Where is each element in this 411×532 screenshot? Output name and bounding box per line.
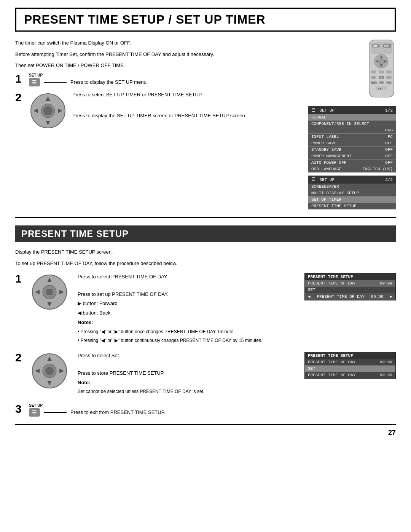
setup-button-icon: ☰ <box>29 78 40 86</box>
pts-screen1-row2: ◀ PRESENT TIME OF DAY 99:99 ▶ <box>305 293 395 300</box>
step2-number: 2 <box>15 92 27 103</box>
pts-osd-screen-1: PRESENT TIME SETUP PRESENT TIME OF DAY 9… <box>304 273 396 300</box>
section-divider <box>15 217 396 218</box>
pts-screen2-header: PRESENT TIME SETUP <box>305 352 395 359</box>
bottom-divider <box>15 424 396 425</box>
dpad-pts1 <box>30 273 68 312</box>
page-number: 27 <box>15 429 396 437</box>
pts-step1-notes-label: Notes: <box>78 320 93 325</box>
arrow-line-icon <box>44 82 67 83</box>
svg-text:ON: ON <box>373 45 377 47</box>
pts-step3-setup-label: SET UP <box>29 403 165 407</box>
svg-rect-39 <box>46 289 53 295</box>
remote-control: ON OFF 1 2 <box>367 39 396 99</box>
pts-step2: 2 Press to select Set. Press to store PR… <box>15 352 396 397</box>
pts-step3: 3 SET UP ☰ Press to exit from PRESENT TI… <box>15 403 396 417</box>
pts-step3-text: Press to exit from PRESENT TIME SETUP. <box>70 409 165 415</box>
osd-setup-timer-row: SET UP TIMER <box>308 197 396 203</box>
intro-line3: Then set POWER ON TIME / POWER OFF TIME. <box>15 62 297 69</box>
dpad-1 <box>29 92 67 131</box>
step1-number: 1 <box>15 73 27 85</box>
svg-rect-20 <box>379 70 384 73</box>
svg-rect-19 <box>371 70 376 73</box>
intro-line2: Before attempting Timer Set, confirm the… <box>15 51 297 58</box>
osd-power-save-row: POWER SAVE OFF <box>308 140 396 147</box>
pts-step1-note2: • Pressing "◀" or "▶" button continuousl… <box>78 337 297 344</box>
pts-step2-note-label: Note: <box>78 380 90 385</box>
pts-intro2: To set up PRESENT TIME OF DAY, follow th… <box>15 260 396 267</box>
step1-text: Press to display the SET UP menu. <box>70 79 148 85</box>
pts-step1-text1: Press to select PRESENT TIME OF DAY. <box>78 273 297 281</box>
pts-step1-bullet1: ▶ button: Forward <box>78 300 297 308</box>
pts-step2-note1: Set cannot be selected unless PRESENT TI… <box>78 388 297 395</box>
osd-signal-row: SIGNAL <box>308 114 396 121</box>
pts-step2-text2: Press to store PRESENT TIME SETUP. <box>78 369 297 377</box>
osd-standby-row: STANDBY SAVE OFF <box>308 147 396 153</box>
pts-screen2-row2: PRESENT TIME OF DAY 99:99 <box>305 372 395 379</box>
pts-step1-text2: Press to set up PRESENT TIME OF DAY. <box>78 291 297 299</box>
svg-point-14 <box>378 58 384 64</box>
osd-input-label-row: INPUT LABEL PC <box>308 134 396 140</box>
pts-osd-screen-2: PRESENT TIME SETUP PRESENT TIME OF DAY 9… <box>304 352 396 379</box>
main-title: PRESENT TIME SETUP / SET UP TIMER <box>24 13 387 27</box>
step1-setup-label: SET UP <box>29 73 148 77</box>
osd-language-row: OSD LANGUAGE ENGLISH (US) <box>308 166 396 173</box>
main-title-box: PRESENT TIME SETUP / SET UP TIMER <box>15 8 396 32</box>
svg-point-46 <box>45 367 54 375</box>
pts-screen1-set: SET <box>305 287 395 293</box>
pts-step1-bullet2: ◀ button: Back <box>78 309 297 317</box>
osd-screensaver-row: SCREENSAVER <box>308 184 396 190</box>
pts-step1: 1 Press to select PRESENT TIME OF DAY. P… <box>15 273 396 346</box>
present-time-title: PRESENT TIME SETUP <box>21 228 390 239</box>
intro-line1: The timer can switch the Plasma Display … <box>15 39 297 47</box>
step2-row: 2 <box>15 92 297 131</box>
step2-text2: Press to display the SET UP TIMER screen… <box>72 113 246 118</box>
osd-rgb-row: RGB <box>308 127 396 134</box>
dpad-pts2 <box>30 352 68 391</box>
svg-text:◀ ▶: ◀ ▶ <box>378 88 382 90</box>
svg-text:∧∨: ∧∨ <box>380 82 383 85</box>
svg-text:OFF: OFF <box>384 45 389 47</box>
pts-step1-number: 1 <box>15 273 27 284</box>
arrow-line-icon-3 <box>44 412 67 413</box>
pts-step1-note1: • Pressing "◀" or "▶" button once change… <box>78 328 297 335</box>
svg-text:INPUT: INPUT <box>371 82 377 84</box>
pts-screen1-header: PRESENT TIME SETUP <box>305 273 395 280</box>
osd-present-time-row: PRESENT TIME SETUP <box>308 203 396 209</box>
step2-text1: Press to select SET UP TIMER or PRESENT … <box>72 92 246 97</box>
pts-step2-number: 2 <box>15 352 27 363</box>
present-time-title-box: PRESENT TIME SETUP <box>15 225 396 242</box>
osd-screen-2: ☰ SET UP 2/2 SCREENSAVER MULTI DISPLAY S… <box>308 176 396 209</box>
pts-screen2-row1: PRESENT TIME OF DAY 99:99 <box>305 359 395 366</box>
osd-component-row: COMPONENT/RGB-IN SELECT <box>308 121 396 127</box>
osd-auto-power-row: AUTO POWER OFF OFF <box>308 160 396 166</box>
pts-intro1: Display the PRESENT TIME SETUP screen. <box>15 248 396 256</box>
pts-step3-number: 3 <box>15 403 27 415</box>
menu-lines-icon-3: ☰ <box>32 409 37 415</box>
pts-screen2-set: SET <box>305 366 395 372</box>
osd-power-mgmt-row: POWER MANAGEMENT OFF <box>308 153 396 160</box>
osd-multi-display-row: MULTI DISPLAY SETUP <box>308 190 396 197</box>
svg-text:VOL: VOL <box>387 82 391 84</box>
pts-step2-text1: Press to select Set. <box>78 352 297 360</box>
present-time-section: PRESENT TIME SETUP Display the PRESENT T… <box>15 225 396 417</box>
osd-screen-1: ☰ SET UP 1/2 SIGNAL COMPONENT/RGB-IN SEL… <box>308 106 396 173</box>
pts-screen1-row1: PRESENT TIME OF DAY 99:99 <box>305 280 395 287</box>
svg-rect-21 <box>386 70 392 73</box>
svg-point-2 <box>43 106 53 115</box>
menu-lines-icon: ☰ <box>32 79 37 85</box>
setup-button-icon-3: ☰ <box>29 408 40 417</box>
step1-row: 1 SET UP ☰ Press to display the SET UP m… <box>15 73 297 86</box>
